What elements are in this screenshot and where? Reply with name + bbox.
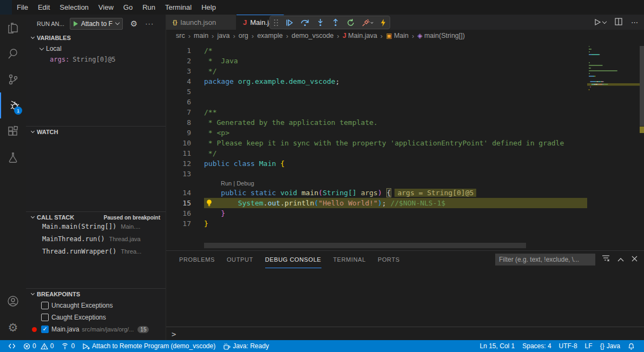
- code-line-6[interactable]: 6: [166, 97, 587, 107]
- watch-header[interactable]: WATCH: [26, 127, 166, 137]
- line-number[interactable]: 4: [166, 76, 191, 87]
- code-line-12[interactable]: 12public class Main {: [166, 158, 587, 169]
- breakpoint-checkbox[interactable]: [41, 302, 49, 309]
- code-line-13[interactable]: 13: [166, 169, 587, 179]
- debug-console-input[interactable]: >: [166, 327, 644, 341]
- minimap[interactable]: [587, 42, 640, 250]
- line-number[interactable]: 11: [166, 148, 191, 158]
- panel-tab-terminal[interactable]: TERMINAL: [333, 251, 366, 268]
- line-number[interactable]: 14: [166, 188, 191, 198]
- forwarded-ports[interactable]: 0: [57, 340, 78, 352]
- filter-icon[interactable]: [602, 255, 610, 263]
- gutter[interactable]: [191, 138, 204, 148]
- call-stack-header[interactable]: CALL STACK Paused on breakpoint: [26, 212, 166, 223]
- restart-button[interactable]: [346, 18, 355, 27]
- lightbulb-icon[interactable]: [206, 199, 213, 208]
- cursor-position[interactable]: Ln 15, Col 1: [476, 340, 519, 352]
- gutter[interactable]: [191, 87, 204, 97]
- variables-header[interactable]: VARIABLES: [26, 32, 166, 43]
- line-number[interactable]: 10: [166, 138, 191, 148]
- more-actions-icon[interactable]: ⋯: [631, 18, 639, 26]
- encoding-setting[interactable]: UTF-8: [555, 340, 581, 352]
- breakpoint-item[interactable]: Uncaught Exceptions: [26, 300, 166, 311]
- line-number[interactable]: 2: [166, 56, 191, 66]
- step-over-button[interactable]: [300, 18, 310, 27]
- gutter[interactable]: [191, 218, 204, 229]
- tab-launch-json[interactable]: {}launch.json: [166, 15, 236, 30]
- language-mode[interactable]: {} Java: [596, 340, 624, 352]
- start-debug-icon[interactable]: [74, 21, 78, 26]
- gutter[interactable]: [191, 158, 204, 169]
- remote-indicator[interactable]: [4, 340, 19, 352]
- code-line-14[interactable]: 14 public static void main(String[] args…: [166, 188, 587, 198]
- debug-more-actions-icon[interactable]: ···: [145, 19, 154, 28]
- code-line-15[interactable]: 15 System.out.println("Hello World!"); /…: [166, 198, 587, 208]
- gutter[interactable]: [191, 148, 204, 158]
- menu-edit[interactable]: Edit: [33, 0, 55, 15]
- debug-session-status[interactable]: Attach to Remote Program (demo_vscode): [78, 340, 219, 352]
- code-line-5[interactable]: 5: [166, 87, 587, 97]
- code-line-8[interactable]: 8 * Generated by the application templat…: [166, 117, 587, 128]
- panel-tab-debug-console[interactable]: DEBUG CONSOLE: [265, 251, 321, 268]
- call-stack-frame[interactable]: Thread.runWrapper()Threa...: [26, 248, 166, 260]
- panel-tab-ports[interactable]: PORTS: [378, 251, 400, 268]
- scrollbar-thumb[interactable]: [640, 46, 644, 126]
- gutter[interactable]: [191, 97, 204, 107]
- call-stack-frame[interactable]: MainThread.run()Thread.java: [26, 235, 166, 248]
- horizontal-scrollbar[interactable]: [204, 243, 526, 248]
- menu-go[interactable]: Go: [119, 0, 137, 15]
- code-line-3[interactable]: 3 */: [166, 66, 587, 76]
- line-number[interactable]: 13: [166, 169, 191, 179]
- java-status[interactable]: Java: Ready: [219, 340, 273, 352]
- breadcrumb-item[interactable]: J Main.java: [343, 32, 377, 39]
- variable-args[interactable]: args: String[0]@5: [26, 54, 166, 65]
- run-and-debug-icon[interactable]: 1: [0, 92, 26, 118]
- code-line-9[interactable]: 9 * <p>: [166, 128, 587, 138]
- breadcrumb-item[interactable]: main: [194, 32, 208, 39]
- source-control-icon[interactable]: [0, 67, 26, 92]
- line-number[interactable]: 3: [166, 66, 191, 76]
- code-line-17[interactable]: 17}: [166, 218, 587, 229]
- panel-tab-problems[interactable]: PROBLEMS: [179, 251, 215, 268]
- breadcrumb-item[interactable]: demo_vscode: [292, 32, 334, 39]
- menu-run[interactable]: Run: [137, 0, 160, 15]
- breakpoints-header[interactable]: BREAKPOINTS: [26, 289, 166, 300]
- continue-button[interactable]: [285, 18, 294, 27]
- breadcrumb-item[interactable]: org: [239, 32, 248, 39]
- gutter[interactable]: [191, 208, 204, 218]
- gutter[interactable]: [191, 198, 204, 208]
- menu-file[interactable]: File: [12, 0, 33, 15]
- close-panel-icon[interactable]: [632, 255, 638, 263]
- debug-settings-gear-icon[interactable]: ⚙: [130, 19, 137, 29]
- eol-setting[interactable]: LF: [581, 340, 596, 352]
- testing-icon[interactable]: [0, 144, 26, 170]
- line-number[interactable]: 7: [166, 107, 191, 117]
- line-number[interactable]: 8: [166, 117, 191, 128]
- line-number[interactable]: 5: [166, 87, 191, 97]
- variables-scope-local[interactable]: Local: [26, 43, 166, 54]
- accounts-icon[interactable]: [0, 288, 26, 314]
- vertical-scrollbar[interactable]: [640, 42, 644, 250]
- notifications-bell-icon[interactable]: [624, 340, 639, 352]
- menu-view[interactable]: View: [94, 0, 119, 15]
- breadcrumb-item[interactable]: example: [257, 32, 282, 39]
- search-icon[interactable]: [0, 41, 26, 67]
- line-number[interactable]: 1: [166, 45, 191, 56]
- code-line-4[interactable]: 4package org.example.demo_vscode;: [166, 76, 587, 87]
- gutter[interactable]: [191, 117, 204, 128]
- menu-selection[interactable]: Selection: [55, 0, 93, 15]
- disconnect-button[interactable]: [362, 18, 373, 27]
- step-out-button[interactable]: [331, 18, 340, 27]
- code-line-1[interactable]: 1/*: [166, 45, 587, 56]
- codelens-run-debug[interactable]: Run | Debug: [166, 179, 587, 188]
- line-number[interactable]: 15: [166, 198, 191, 208]
- code-editor[interactable]: 1/*2 * Java3 */4package org.example.demo…: [166, 42, 644, 250]
- code-line-7[interactable]: 7/**: [166, 107, 587, 117]
- drag-handle-icon[interactable]: [273, 19, 279, 26]
- gutter[interactable]: [191, 45, 204, 56]
- breadcrumb-item[interactable]: ◈ main(String[]): [417, 32, 465, 39]
- gutter[interactable]: [191, 66, 204, 76]
- panel-tab-output[interactable]: OUTPUT: [227, 251, 253, 268]
- debug-console-filter-input[interactable]: [495, 254, 595, 265]
- breadcrumb-item[interactable]: java: [217, 32, 229, 39]
